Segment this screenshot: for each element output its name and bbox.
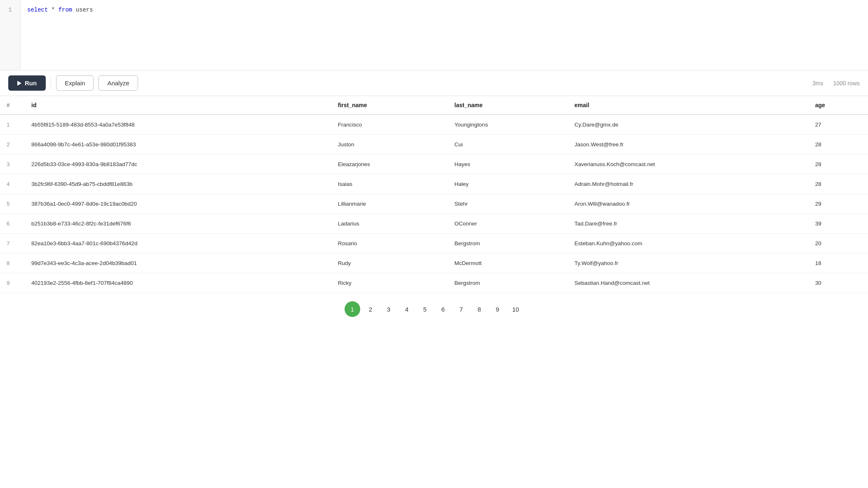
page-button-3[interactable]: 3 (381, 301, 396, 317)
stats-rows: 1000 rows (833, 80, 860, 87)
cell-email: Tad.Dare@free.fr (568, 214, 809, 234)
results-table-container: # id first_name last_name email age 1 4b… (0, 96, 868, 293)
cell-first-name: Juston (331, 135, 448, 155)
page-button-5[interactable]: 5 (417, 301, 433, 317)
table-row: 5 387b36a1-0ec0-4997-8d0e-19c19ac0bd20 L… (0, 194, 868, 214)
line-number-1: 1 (0, 5, 20, 15)
cell-last-name: McDermott (448, 253, 568, 273)
col-header-email: email (568, 96, 809, 115)
line-numbers: 1 (0, 0, 21, 70)
cell-id: 82ea10e3-6bb3-4aa7-801c-690b4376d42d (25, 234, 331, 253)
cell-id: b251b3b8-e733-46c2-8f2c-fe31def676f6 (25, 214, 331, 234)
cell-age: 28 (809, 135, 868, 155)
cell-last-name: Youngingtons (448, 115, 568, 135)
sql-star: * (48, 7, 58, 13)
cell-first-name: Lillianmarie (331, 194, 448, 214)
page-button-4[interactable]: 4 (399, 301, 415, 317)
cell-age: 20 (809, 234, 868, 253)
cell-age: 29 (809, 194, 868, 214)
cell-age: 28 (809, 155, 868, 174)
cell-id: 226d5b33-03ce-4993-830a-9b8183ad77dc (25, 155, 331, 174)
cell-email: Sebastian.Hand@comcast.net (568, 273, 809, 293)
run-button[interactable]: Run (8, 75, 46, 91)
cell-last-name: Haley (448, 174, 568, 194)
cell-age: 30 (809, 273, 868, 293)
analyze-button[interactable]: Analyze (99, 75, 138, 91)
cell-first-name: Francisco (331, 115, 448, 135)
select-keyword: select (27, 7, 48, 13)
cell-first-name: Isaias (331, 174, 448, 194)
cell-last-name: Bergstrom (448, 273, 568, 293)
cell-age: 28 (809, 174, 868, 194)
from-keyword: from (59, 7, 73, 13)
col-header-first-name: first_name (331, 96, 448, 115)
table-row: 1 4b55f815-5189-483d-8553-4a0a7e53f848 F… (0, 115, 868, 135)
page-button-8[interactable]: 8 (472, 301, 487, 317)
cell-hash: 2 (0, 135, 25, 155)
cell-hash: 8 (0, 253, 25, 273)
cell-id: 4b55f815-5189-483d-8553-4a0a7e53f848 (25, 115, 331, 135)
cell-age: 27 (809, 115, 868, 135)
run-label: Run (25, 80, 37, 87)
cell-email: Aron.Will@wanadoo.fr (568, 194, 809, 214)
cell-id: 402193e2-2556-4fbb-8ef1-707f84ca4890 (25, 273, 331, 293)
cell-age: 39 (809, 214, 868, 234)
cell-email: Esteban.Kuhn@yahoo.com (568, 234, 809, 253)
explain-button[interactable]: Explain (56, 75, 94, 91)
sql-code-area[interactable]: select * from users (21, 0, 868, 70)
cell-email: Cy.Dare@gmx.de (568, 115, 809, 135)
toolbar: Run Explain Analyze 3ms 1000 rows (0, 70, 868, 96)
toolbar-stats: 3ms 1000 rows (812, 80, 860, 87)
table-row: 9 402193e2-2556-4fbb-8ef1-707f84ca4890 R… (0, 273, 868, 293)
stats-time: 3ms (812, 80, 823, 87)
table-row: 2 866a4098-9b7c-4e61-a53e-980d01f95383 J… (0, 135, 868, 155)
col-header-last-name: last_name (448, 96, 568, 115)
cell-id: 3b2fc96f-6390-45d9-ab75-cbddf81e863b (25, 174, 331, 194)
table-row: 7 82ea10e3-6bb3-4aa7-801c-690b4376d42d R… (0, 234, 868, 253)
table-row: 8 99d7e343-ee3c-4c3a-acee-2d04b39bad01 R… (0, 253, 868, 273)
cell-email: Ty.Wolf@yahoo.fr (568, 253, 809, 273)
page-button-10[interactable]: 10 (508, 301, 523, 317)
sql-editor[interactable]: 1 select * from users (0, 0, 868, 70)
cell-first-name: Rudy (331, 253, 448, 273)
page-button-6[interactable]: 6 (435, 301, 451, 317)
col-header-id: id (25, 96, 331, 115)
cell-last-name: Hayes (448, 155, 568, 174)
sql-table: users (72, 7, 93, 13)
page-button-9[interactable]: 9 (490, 301, 505, 317)
cell-last-name: Stehr (448, 194, 568, 214)
cell-first-name: Ricky (331, 273, 448, 293)
cell-hash: 3 (0, 155, 25, 174)
cell-age: 18 (809, 253, 868, 273)
cell-last-name: OConner (448, 214, 568, 234)
table-row: 3 226d5b33-03ce-4993-830a-9b8183ad77dc E… (0, 155, 868, 174)
table-header-row: # id first_name last_name email age (0, 96, 868, 115)
cell-email: Adrain.Mohr@hotmail.fr (568, 174, 809, 194)
col-header-hash: # (0, 96, 25, 115)
cell-hash: 7 (0, 234, 25, 253)
table-row: 4 3b2fc96f-6390-45d9-ab75-cbddf81e863b I… (0, 174, 868, 194)
cell-email: Jason.West@free.fr (568, 135, 809, 155)
cell-last-name: Cui (448, 135, 568, 155)
results-table: # id first_name last_name email age 1 4b… (0, 96, 868, 293)
col-header-age: age (809, 96, 868, 115)
cell-hash: 6 (0, 214, 25, 234)
cell-id: 99d7e343-ee3c-4c3a-acee-2d04b39bad01 (25, 253, 331, 273)
page-button-7[interactable]: 7 (453, 301, 469, 317)
pagination: 12345678910 (0, 293, 868, 325)
run-icon (17, 81, 21, 86)
cell-first-name: Eleazarjones (331, 155, 448, 174)
page-button-2[interactable]: 2 (363, 301, 378, 317)
cell-hash: 9 (0, 273, 25, 293)
cell-first-name: Rosario (331, 234, 448, 253)
cell-first-name: Ladarius (331, 214, 448, 234)
cell-id: 387b36a1-0ec0-4997-8d0e-19c19ac0bd20 (25, 194, 331, 214)
page-button-1[interactable]: 1 (345, 301, 360, 317)
toolbar-divider (51, 77, 51, 89)
table-row: 6 b251b3b8-e733-46c2-8f2c-fe31def676f6 L… (0, 214, 868, 234)
cell-id: 866a4098-9b7c-4e61-a53e-980d01f95383 (25, 135, 331, 155)
cell-last-name: Bergstrom (448, 234, 568, 253)
cell-hash: 4 (0, 174, 25, 194)
cell-email: Xaverianuss.Koch@comcast.net (568, 155, 809, 174)
cell-hash: 5 (0, 194, 25, 214)
